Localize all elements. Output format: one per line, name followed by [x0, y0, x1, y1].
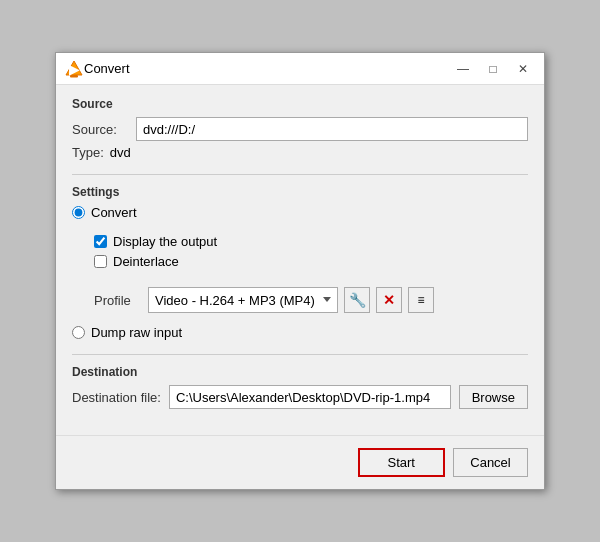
divider-2	[72, 354, 528, 355]
destination-input[interactable]	[169, 385, 451, 409]
start-button[interactable]: Start	[358, 448, 445, 477]
divider-1	[72, 174, 528, 175]
convert-radio-item[interactable]: Convert	[72, 205, 528, 220]
settings-section-label: Settings	[72, 185, 528, 199]
type-label: Type:	[72, 145, 104, 160]
display-output-checkbox-item[interactable]: Display the output	[94, 234, 528, 249]
source-input[interactable]	[136, 117, 528, 141]
convert-options: Display the output Deinterlace	[94, 234, 528, 269]
settings-section: Settings Convert Display the output Dein…	[72, 185, 528, 340]
window-title: Convert	[84, 61, 450, 76]
source-section: Source Source: Type: dvd	[72, 97, 528, 160]
wrench-icon: 🔧	[349, 292, 366, 308]
footer: Start Cancel	[56, 435, 544, 489]
minimize-button[interactable]: —	[450, 58, 476, 80]
destination-section-label: Destination	[72, 365, 528, 379]
delete-profile-button[interactable]: ✕	[376, 287, 402, 313]
convert-radio[interactable]	[72, 206, 85, 219]
display-output-checkbox[interactable]	[94, 235, 107, 248]
dump-raw-radio[interactable]	[72, 326, 85, 339]
dest-file-label: Destination file:	[72, 390, 161, 405]
profile-row: Profile Video - H.264 + MP3 (MP4) 🔧 ✕ ≡	[94, 287, 528, 313]
deinterlace-checkbox[interactable]	[94, 255, 107, 268]
svg-text:▶: ▶	[69, 61, 80, 76]
type-value: dvd	[110, 145, 131, 160]
profile-select[interactable]: Video - H.264 + MP3 (MP4)	[148, 287, 338, 313]
display-output-label: Display the output	[113, 234, 217, 249]
maximize-button[interactable]: □	[480, 58, 506, 80]
dump-raw-radio-item[interactable]: Dump raw input	[72, 325, 528, 340]
convert-window: ▶ Convert — □ ✕ Source Source: Type: dvd…	[55, 52, 545, 490]
destination-row: Destination file: Browse	[72, 385, 528, 409]
delete-icon: ✕	[383, 292, 395, 308]
source-field-label: Source:	[72, 122, 132, 137]
deinterlace-checkbox-item[interactable]: Deinterlace	[94, 254, 528, 269]
window-controls: — □ ✕	[450, 58, 536, 80]
deinterlace-label: Deinterlace	[113, 254, 179, 269]
dump-raw-label: Dump raw input	[91, 325, 182, 340]
profile-label: Profile	[94, 293, 142, 308]
convert-radio-label: Convert	[91, 205, 137, 220]
destination-section: Destination Destination file: Browse	[72, 365, 528, 409]
type-row: Type: dvd	[72, 145, 528, 160]
titlebar: ▶ Convert — □ ✕	[56, 53, 544, 85]
radio-group: Convert Display the output Deinterlace P	[72, 205, 528, 340]
vlc-icon: ▶	[64, 59, 84, 79]
source-grid: Source:	[72, 117, 528, 141]
cancel-button[interactable]: Cancel	[453, 448, 528, 477]
profiles-list-button[interactable]: ≡	[408, 287, 434, 313]
main-content: Source Source: Type: dvd Settings Conver…	[56, 85, 544, 435]
source-section-label: Source	[72, 97, 528, 111]
list-icon: ≡	[417, 293, 424, 307]
close-button[interactable]: ✕	[510, 58, 536, 80]
wrench-button[interactable]: 🔧	[344, 287, 370, 313]
browse-button[interactable]: Browse	[459, 385, 528, 409]
